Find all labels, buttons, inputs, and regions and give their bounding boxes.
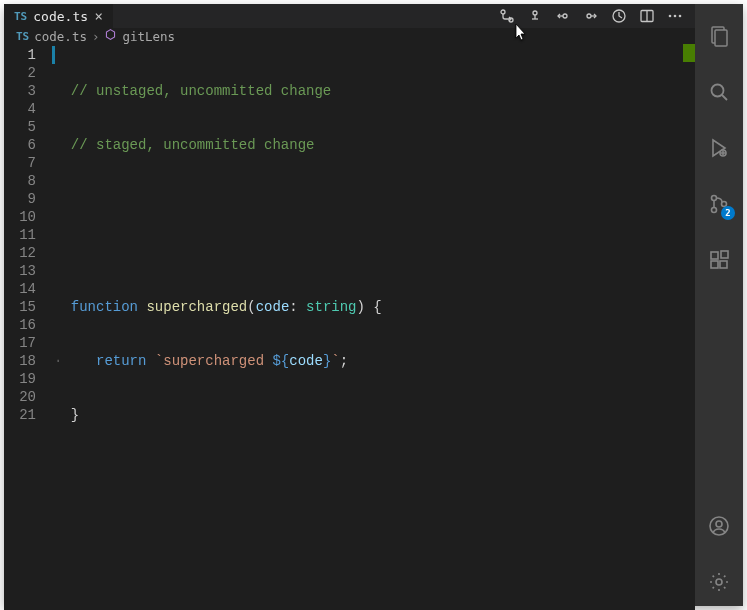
svg-point-15: [712, 208, 717, 213]
more-actions-icon[interactable]: [663, 4, 687, 28]
open-changes-icon[interactable]: [523, 4, 547, 28]
svg-rect-17: [711, 252, 718, 259]
svg-rect-11: [715, 30, 727, 46]
breadcrumb-file[interactable]: code.ts: [34, 29, 87, 44]
source-control-icon[interactable]: 2: [695, 180, 743, 228]
svg-rect-18: [711, 261, 718, 268]
breadcrumb[interactable]: TS code.ts › gitLens: [4, 28, 695, 44]
editor-main: TS code.ts ×: [4, 4, 695, 606]
svg-point-23: [716, 579, 722, 585]
tab-code-ts[interactable]: TS code.ts ×: [4, 4, 114, 28]
prev-change-icon[interactable]: [551, 4, 575, 28]
chevron-right-icon: ›: [92, 29, 100, 44]
editor-window: TS code.ts ×: [4, 4, 743, 606]
settings-gear-icon[interactable]: [695, 558, 743, 606]
svg-point-8: [674, 15, 677, 18]
svg-point-14: [712, 196, 717, 201]
tab-title: code.ts: [33, 9, 88, 24]
symbol-method-icon: [104, 28, 117, 44]
close-icon[interactable]: ×: [95, 8, 103, 24]
scm-badge: 2: [721, 206, 735, 220]
svg-point-22: [716, 521, 722, 527]
editor-title-actions: [495, 4, 695, 28]
typescript-icon: TS: [14, 10, 27, 23]
svg-point-0: [501, 10, 505, 14]
search-icon[interactable]: [695, 68, 743, 116]
compare-changes-icon[interactable]: [495, 4, 519, 28]
svg-point-3: [563, 14, 567, 18]
toggle-file-blame-icon[interactable]: [607, 4, 631, 28]
typescript-icon: TS: [16, 30, 29, 43]
code-content[interactable]: // unstaged, uncommitted change // stage…: [54, 44, 695, 610]
explorer-icon[interactable]: [695, 12, 743, 60]
svg-point-7: [669, 15, 672, 18]
svg-point-9: [679, 15, 682, 18]
next-change-icon[interactable]: [579, 4, 603, 28]
run-debug-icon[interactable]: [695, 124, 743, 172]
split-editor-icon[interactable]: [635, 4, 659, 28]
svg-rect-19: [720, 261, 727, 268]
svg-rect-20: [721, 251, 728, 258]
line-gutter: 1 2 3 4 5 6 7 8 9 10 11 12 13 14 15 16 1…: [4, 44, 54, 610]
activity-bar: 2: [695, 4, 743, 606]
tab-bar: TS code.ts ×: [4, 4, 695, 28]
code-editor[interactable]: 1 2 3 4 5 6 7 8 9 10 11 12 13 14 15 16 1…: [4, 44, 695, 610]
accounts-icon[interactable]: [695, 502, 743, 550]
svg-point-12: [712, 85, 724, 97]
svg-point-4: [587, 14, 591, 18]
svg-point-2: [533, 11, 537, 15]
extensions-icon[interactable]: [695, 236, 743, 284]
breadcrumb-symbol[interactable]: gitLens: [122, 29, 175, 44]
